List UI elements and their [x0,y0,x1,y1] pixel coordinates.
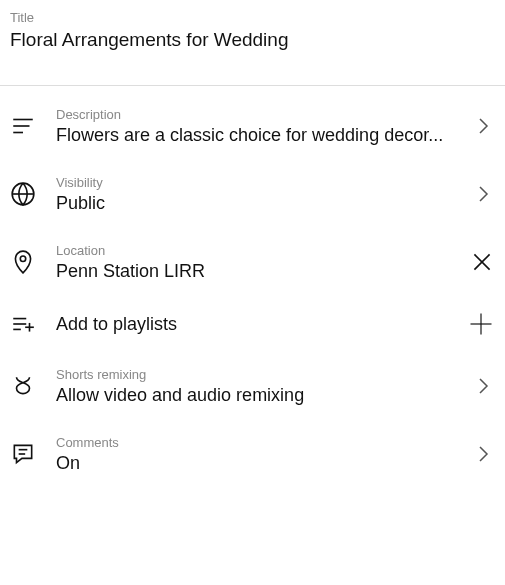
location-pin-icon [10,249,56,275]
title-label: Title [10,10,495,25]
location-label: Location [56,243,455,258]
row-remixing[interactable]: Shorts remixing Allow video and audio re… [0,352,505,420]
row-comments[interactable]: Comments On [0,420,505,488]
clear-location-button[interactable] [455,249,495,275]
chevron-right-icon [455,442,495,466]
row-visibility[interactable]: Visibility Public [0,160,505,228]
description-value: Flowers are a classic choice for wedding… [56,125,455,146]
chevron-right-icon [455,374,495,398]
comments-label: Comments [56,435,455,450]
visibility-content: Visibility Public [56,175,455,214]
add-playlist-button[interactable] [455,310,495,338]
row-location[interactable]: Location Penn Station LIRR [0,228,505,296]
location-value: Penn Station LIRR [56,261,455,282]
row-description[interactable]: Description Flowers are a classic choice… [0,92,505,160]
remixing-label: Shorts remixing [56,367,455,382]
row-playlists[interactable]: Add to playlists [0,296,505,352]
title-section[interactable]: Title Floral Arrangements for Wedding [0,0,505,65]
comments-content: Comments On [56,435,455,474]
chevron-right-icon [455,182,495,206]
svg-point-4 [20,256,25,261]
comments-icon [10,441,56,467]
chevron-right-icon [455,114,495,138]
playlists-content: Add to playlists [56,314,455,335]
visibility-value: Public [56,193,455,214]
globe-icon [10,181,56,207]
description-content: Description Flowers are a classic choice… [56,107,455,146]
title-value: Floral Arrangements for Wedding [10,29,495,51]
divider [0,85,505,86]
comments-value: On [56,453,455,474]
playlist-add-icon [10,311,56,337]
playlists-label: Add to playlists [56,314,455,335]
visibility-label: Visibility [56,175,455,190]
description-icon [10,113,56,139]
remixing-value: Allow video and audio remixing [56,385,455,406]
location-content: Location Penn Station LIRR [56,243,455,282]
shorts-remix-icon [10,373,56,399]
description-label: Description [56,107,455,122]
remixing-content: Shorts remixing Allow video and audio re… [56,367,455,406]
